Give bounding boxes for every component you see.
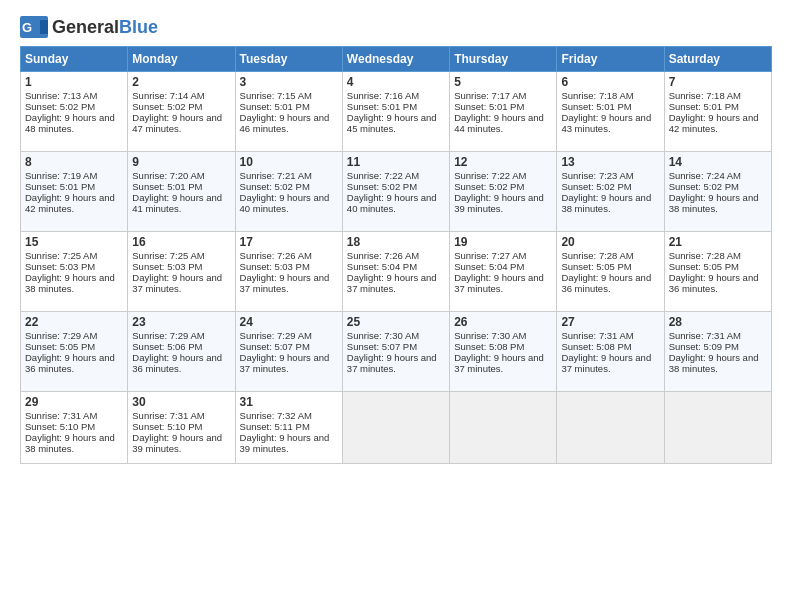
sunset-label: Sunset: 5:02 PM: [561, 181, 631, 192]
day-number: 8: [25, 155, 123, 169]
calendar-cell: 22 Sunrise: 7:29 AM Sunset: 5:05 PM Dayl…: [21, 312, 128, 392]
sunrise-label: Sunrise: 7:18 AM: [561, 90, 633, 101]
day-number: 20: [561, 235, 659, 249]
logo-icon: G: [20, 16, 50, 38]
sunset-label: Sunset: 5:04 PM: [454, 261, 524, 272]
day-number: 4: [347, 75, 445, 89]
calendar-cell: 7 Sunrise: 7:18 AM Sunset: 5:01 PM Dayli…: [664, 72, 771, 152]
day-number: 3: [240, 75, 338, 89]
day-number: 24: [240, 315, 338, 329]
calendar-cell: 3 Sunrise: 7:15 AM Sunset: 5:01 PM Dayli…: [235, 72, 342, 152]
svg-marker-1: [40, 20, 48, 34]
sunrise-label: Sunrise: 7:20 AM: [132, 170, 204, 181]
daylight-label: Daylight: 9 hours and 37 minutes.: [454, 352, 544, 374]
sunset-label: Sunset: 5:01 PM: [347, 101, 417, 112]
day-number: 16: [132, 235, 230, 249]
sunrise-label: Sunrise: 7:29 AM: [132, 330, 204, 341]
daylight-label: Daylight: 9 hours and 42 minutes.: [669, 112, 759, 134]
calendar-cell: [664, 392, 771, 464]
sunset-label: Sunset: 5:01 PM: [454, 101, 524, 112]
sunrise-label: Sunrise: 7:21 AM: [240, 170, 312, 181]
calendar-header-row: SundayMondayTuesdayWednesdayThursdayFrid…: [21, 47, 772, 72]
sunrise-label: Sunrise: 7:28 AM: [561, 250, 633, 261]
sunset-label: Sunset: 5:05 PM: [669, 261, 739, 272]
sunrise-label: Sunrise: 7:32 AM: [240, 410, 312, 421]
logo-blue-text: Blue: [119, 17, 158, 38]
daylight-label: Daylight: 9 hours and 36 minutes.: [669, 272, 759, 294]
sunset-label: Sunset: 5:01 PM: [669, 101, 739, 112]
daylight-label: Daylight: 9 hours and 39 minutes.: [454, 192, 544, 214]
sunrise-label: Sunrise: 7:27 AM: [454, 250, 526, 261]
sunrise-label: Sunrise: 7:22 AM: [454, 170, 526, 181]
sunset-label: Sunset: 5:11 PM: [240, 421, 310, 432]
day-number: 25: [347, 315, 445, 329]
sunset-label: Sunset: 5:03 PM: [240, 261, 310, 272]
logo: G General Blue: [20, 16, 158, 38]
daylight-label: Daylight: 9 hours and 38 minutes.: [669, 352, 759, 374]
calendar-cell: 27 Sunrise: 7:31 AM Sunset: 5:08 PM Dayl…: [557, 312, 664, 392]
sunset-label: Sunset: 5:07 PM: [347, 341, 417, 352]
calendar-day-header: Wednesday: [342, 47, 449, 72]
page-header: G General Blue: [20, 16, 772, 38]
calendar-cell: 20 Sunrise: 7:28 AM Sunset: 5:05 PM Dayl…: [557, 232, 664, 312]
daylight-label: Daylight: 9 hours and 39 minutes.: [240, 432, 330, 454]
daylight-label: Daylight: 9 hours and 38 minutes.: [25, 272, 115, 294]
day-number: 2: [132, 75, 230, 89]
sunrise-label: Sunrise: 7:25 AM: [132, 250, 204, 261]
calendar-cell: 18 Sunrise: 7:26 AM Sunset: 5:04 PM Dayl…: [342, 232, 449, 312]
sunset-label: Sunset: 5:04 PM: [347, 261, 417, 272]
sunset-label: Sunset: 5:01 PM: [25, 181, 95, 192]
calendar-cell: 19 Sunrise: 7:27 AM Sunset: 5:04 PM Dayl…: [450, 232, 557, 312]
calendar-cell: 16 Sunrise: 7:25 AM Sunset: 5:03 PM Dayl…: [128, 232, 235, 312]
daylight-label: Daylight: 9 hours and 48 minutes.: [25, 112, 115, 134]
sunset-label: Sunset: 5:08 PM: [454, 341, 524, 352]
day-number: 29: [25, 395, 123, 409]
daylight-label: Daylight: 9 hours and 37 minutes.: [132, 272, 222, 294]
day-number: 27: [561, 315, 659, 329]
sunrise-label: Sunrise: 7:16 AM: [347, 90, 419, 101]
daylight-label: Daylight: 9 hours and 47 minutes.: [132, 112, 222, 134]
calendar-cell: [342, 392, 449, 464]
calendar-day-header: Friday: [557, 47, 664, 72]
sunrise-label: Sunrise: 7:22 AM: [347, 170, 419, 181]
sunset-label: Sunset: 5:03 PM: [25, 261, 95, 272]
calendar-cell: 8 Sunrise: 7:19 AM Sunset: 5:01 PM Dayli…: [21, 152, 128, 232]
sunrise-label: Sunrise: 7:23 AM: [561, 170, 633, 181]
day-number: 17: [240, 235, 338, 249]
daylight-label: Daylight: 9 hours and 37 minutes.: [454, 272, 544, 294]
svg-text:G: G: [22, 20, 32, 35]
calendar-cell: 21 Sunrise: 7:28 AM Sunset: 5:05 PM Dayl…: [664, 232, 771, 312]
sunrise-label: Sunrise: 7:17 AM: [454, 90, 526, 101]
calendar-cell: 11 Sunrise: 7:22 AM Sunset: 5:02 PM Dayl…: [342, 152, 449, 232]
sunset-label: Sunset: 5:02 PM: [347, 181, 417, 192]
calendar-cell: 26 Sunrise: 7:30 AM Sunset: 5:08 PM Dayl…: [450, 312, 557, 392]
sunrise-label: Sunrise: 7:24 AM: [669, 170, 741, 181]
calendar-cell: 31 Sunrise: 7:32 AM Sunset: 5:11 PM Dayl…: [235, 392, 342, 464]
day-number: 19: [454, 235, 552, 249]
daylight-label: Daylight: 9 hours and 37 minutes.: [347, 272, 437, 294]
calendar-cell: 28 Sunrise: 7:31 AM Sunset: 5:09 PM Dayl…: [664, 312, 771, 392]
sunrise-label: Sunrise: 7:25 AM: [25, 250, 97, 261]
sunset-label: Sunset: 5:05 PM: [25, 341, 95, 352]
sunrise-label: Sunrise: 7:13 AM: [25, 90, 97, 101]
calendar-cell: 1 Sunrise: 7:13 AM Sunset: 5:02 PM Dayli…: [21, 72, 128, 152]
calendar-cell: 13 Sunrise: 7:23 AM Sunset: 5:02 PM Dayl…: [557, 152, 664, 232]
sunset-label: Sunset: 5:08 PM: [561, 341, 631, 352]
day-number: 28: [669, 315, 767, 329]
sunset-label: Sunset: 5:02 PM: [25, 101, 95, 112]
day-number: 26: [454, 315, 552, 329]
sunset-label: Sunset: 5:07 PM: [240, 341, 310, 352]
calendar-cell: 15 Sunrise: 7:25 AM Sunset: 5:03 PM Dayl…: [21, 232, 128, 312]
day-number: 1: [25, 75, 123, 89]
calendar-cell: [557, 392, 664, 464]
day-number: 30: [132, 395, 230, 409]
daylight-label: Daylight: 9 hours and 38 minutes.: [25, 432, 115, 454]
calendar-cell: 14 Sunrise: 7:24 AM Sunset: 5:02 PM Dayl…: [664, 152, 771, 232]
calendar-day-header: Sunday: [21, 47, 128, 72]
daylight-label: Daylight: 9 hours and 36 minutes.: [132, 352, 222, 374]
calendar-cell: 29 Sunrise: 7:31 AM Sunset: 5:10 PM Dayl…: [21, 392, 128, 464]
calendar-table: SundayMondayTuesdayWednesdayThursdayFrid…: [20, 46, 772, 464]
sunset-label: Sunset: 5:02 PM: [669, 181, 739, 192]
calendar-day-header: Thursday: [450, 47, 557, 72]
calendar-cell: 24 Sunrise: 7:29 AM Sunset: 5:07 PM Dayl…: [235, 312, 342, 392]
